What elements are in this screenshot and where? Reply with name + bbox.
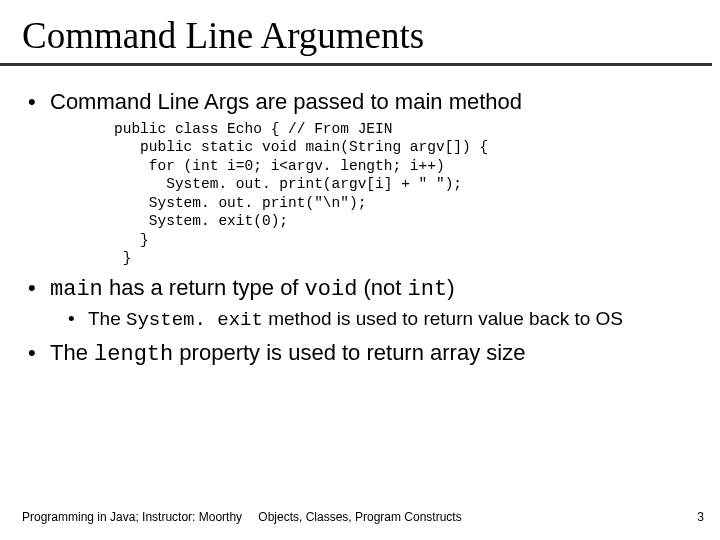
- bullet-list: Command Line Args are passed to main met…: [26, 88, 694, 369]
- slide-body: Command Line Args are passed to main met…: [0, 66, 720, 369]
- slide-title: Command Line Arguments: [0, 0, 720, 63]
- code-inline: length: [94, 342, 173, 367]
- page-number: 3: [697, 510, 704, 524]
- code-inline: System. exit: [126, 309, 263, 331]
- slide: Command Line Arguments Command Line Args…: [0, 0, 720, 540]
- footer-center: Objects, Classes, Program Constructs: [0, 510, 720, 524]
- bullet-item: main has a return type of void (not int)…: [26, 274, 694, 333]
- sub-bullet-item: The System. exit method is used to retur…: [68, 307, 694, 333]
- bullet-text: (not: [357, 275, 407, 300]
- bullet-text: Command Line Args are passed to main met…: [50, 89, 522, 114]
- bullet-item: The length property is used to return ar…: [26, 339, 694, 369]
- bullet-text: method is used to return value back to O…: [263, 308, 623, 329]
- code-block: public class Echo { // From JEIN public …: [114, 120, 694, 268]
- bullet-text: The: [50, 340, 94, 365]
- code-inline: void: [305, 277, 358, 302]
- bullet-item: Command Line Args are passed to main met…: [26, 88, 694, 268]
- bullet-text: ): [447, 275, 454, 300]
- bullet-text: has a return type of: [103, 275, 305, 300]
- code-inline: int: [408, 277, 448, 302]
- bullet-text: The: [88, 308, 126, 329]
- sub-bullet-list: The System. exit method is used to retur…: [68, 307, 694, 333]
- code-inline: main: [50, 277, 103, 302]
- bullet-text: property is used to return array size: [173, 340, 525, 365]
